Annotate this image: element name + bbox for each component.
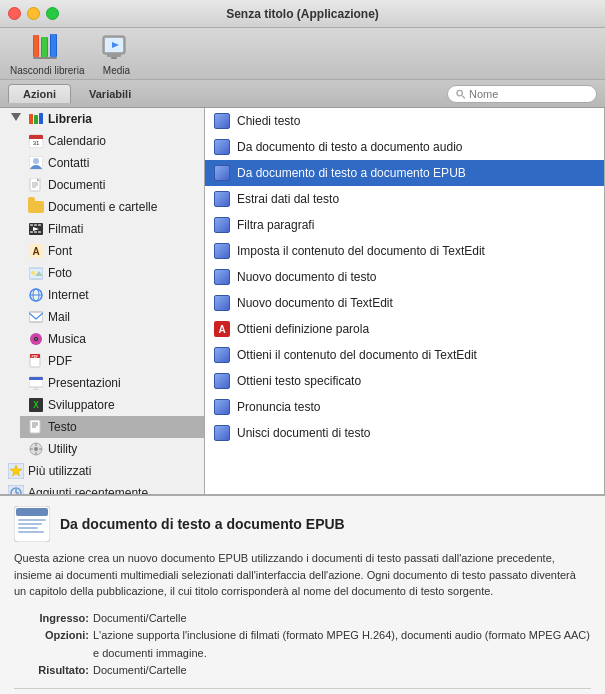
desc-action-icon (14, 506, 50, 542)
folder-icon (28, 199, 44, 215)
content-item-nuovo-doc-testo[interactable]: Nuovo documento di testo (205, 264, 604, 290)
sidebar-item-testo[interactable]: Testo (20, 416, 204, 438)
content-item-imposta-label: Imposta il contenuto del documento di Te… (237, 244, 485, 258)
content-item-filtra-paragrafi[interactable]: Filtra paragrafi (205, 212, 604, 238)
titlebar: Senza titolo (Applicazione) (0, 0, 605, 28)
svg-rect-77 (18, 523, 42, 525)
content-item-da-doc-epub[interactable]: Da documento di testo a documento EPUB (205, 160, 604, 186)
content-item-nuovo-textedit-label: Nuovo documento di TextEdit (237, 296, 393, 310)
content-item-pronuncia-label: Pronuncia testo (237, 400, 320, 414)
content-item-da-doc-audio[interactable]: Da documento di testo a documento audio (205, 134, 604, 160)
content-item-nuovo-textedit[interactable]: Nuovo documento di TextEdit (205, 290, 604, 316)
sidebar-item-presentazioni-label: Presentazioni (48, 376, 121, 390)
sidebar-item-calendario-label: Calendario (48, 134, 106, 148)
svg-rect-1 (34, 35, 38, 57)
content-item-unisci[interactable]: Unisci documenti di testo (205, 420, 604, 446)
svg-text:A: A (32, 246, 39, 257)
search-box[interactable] (447, 85, 597, 103)
sidebar-item-mail[interactable]: Mail (20, 306, 204, 328)
content-item-da-doc-audio-label: Da documento di testo a documento audio (237, 140, 462, 154)
minimize-button[interactable] (27, 7, 40, 20)
sidebar-item-documenti-cartelle[interactable]: Documenti e cartelle (20, 196, 204, 218)
desc-risultato-value: Documenti/Cartelle (93, 662, 591, 680)
desc-risultato-label: Risultato: (14, 662, 89, 680)
svg-rect-51 (29, 377, 43, 380)
maximize-button[interactable] (46, 7, 59, 20)
content-item-estrai-dati[interactable]: Estrai dati dal testo (205, 186, 604, 212)
foto-icon (28, 265, 44, 281)
sidebar-root-libreria[interactable]: Libreria (0, 108, 204, 130)
sviluppatore-icon: X (28, 397, 44, 413)
tab-azioni[interactable]: Azioni (8, 84, 71, 103)
sidebar-item-utility[interactable]: Utility (20, 438, 204, 460)
sidebar-root-label: Libreria (48, 112, 92, 126)
testo-icon (28, 419, 44, 435)
sidebar-item-font[interactable]: A Font (20, 240, 204, 262)
sidebar-item-sviluppatore[interactable]: X Sviluppatore (20, 394, 204, 416)
desc-row-opzioni: Opzioni: L'azione supporta l'inclusione … (14, 627, 591, 662)
sidebar-item-documenti[interactable]: Documenti (20, 174, 204, 196)
sidebar-item-filmati[interactable]: Filmati (20, 218, 204, 240)
svg-point-12 (457, 90, 462, 95)
sidebar-item-calendario[interactable]: 31 Calendario (20, 130, 204, 152)
close-button[interactable] (8, 7, 21, 20)
content-item-ottieni-cont-label: Ottieni il contenuto del documento di Te… (237, 348, 477, 362)
desc-ingresso-label: Ingresso: (14, 610, 89, 628)
sidebar-item-internet[interactable]: Internet (20, 284, 204, 306)
sidebar-item-internet-label: Internet (48, 288, 89, 302)
content-item-ottieni-definizione[interactable]: A Ottieni definizione parola (205, 316, 604, 342)
sidebar-item-piu-utilizzati[interactable]: Più utilizzati (0, 460, 204, 482)
content-item-ottieni-contenuto[interactable]: Ottieni il contenuto del documento di Te… (205, 342, 604, 368)
aggiunti-icon (8, 485, 24, 494)
media-button[interactable]: Media (100, 31, 132, 76)
tab-variabili[interactable]: Variabili (75, 85, 145, 103)
sidebar-item-contatti-label: Contatti (48, 156, 89, 170)
svg-rect-33 (38, 231, 41, 233)
desc-title: Da documento di testo a documento EPUB (60, 516, 345, 532)
divider (14, 688, 591, 689)
sidebar-item-foto[interactable]: Foto (20, 262, 204, 284)
sidebar-item-utility-label: Utility (48, 442, 77, 456)
sidebar-item-musica[interactable]: Musica (20, 328, 204, 350)
desc-opzioni-value: L'azione supporta l'inclusione di filmat… (93, 627, 591, 662)
action-icon-unisci (213, 424, 231, 442)
svg-rect-29 (34, 224, 37, 226)
media-label: Media (103, 65, 130, 76)
svg-rect-78 (18, 527, 38, 529)
sidebar-item-contatti[interactable]: Contatti (20, 152, 204, 174)
content-item-chiedi-testo[interactable]: Chiedi testo (205, 108, 604, 134)
svg-rect-14 (29, 114, 33, 124)
desc-header: Da documento di testo a documento EPUB (14, 506, 591, 542)
content-item-pronuncia[interactable]: Pronuncia testo (205, 394, 604, 420)
filmati-icon (28, 221, 44, 237)
svg-text:X: X (33, 400, 39, 410)
sidebar-item-aggiunti-label: Aggiunti recentemente (28, 486, 148, 494)
search-input[interactable] (469, 88, 588, 100)
action-icon-nuovo-testo (213, 268, 231, 286)
presentazioni-icon (28, 375, 44, 391)
svg-text:A: A (218, 324, 225, 335)
hide-library-button[interactable]: Nascondi libreria (10, 31, 84, 76)
svg-rect-43 (29, 312, 43, 322)
sidebar-item-sviluppatore-label: Sviluppatore (48, 398, 115, 412)
svg-rect-19 (29, 138, 43, 139)
action-icon-audio (213, 138, 231, 156)
musica-icon (28, 331, 44, 347)
content-item-imposta[interactable]: Imposta il contenuto del documento di Te… (205, 238, 604, 264)
search-icon (456, 89, 465, 99)
action-icon-nuovo-textedit (213, 294, 231, 312)
window-controls (8, 7, 59, 20)
content-item-filtra-label: Filtra paragrafi (237, 218, 314, 232)
action-icon-pronuncia (213, 398, 231, 416)
piu-utilizzati-icon (8, 463, 24, 479)
action-icon-ottieni-cont (213, 346, 231, 364)
sidebar-item-presentazioni[interactable]: Presentazioni (20, 372, 204, 394)
svg-rect-30 (38, 224, 41, 226)
content-item-ottieni-testo-spec[interactable]: Ottieni testo specificato (205, 368, 604, 394)
sidebar-item-pdf[interactable]: PDF PDF (20, 350, 204, 372)
description-panel: Da documento di testo a documento EPUB Q… (0, 494, 605, 694)
utility-icon (28, 441, 44, 457)
sidebar-item-aggiunti[interactable]: Aggiunti recentemente (0, 482, 204, 494)
sidebar-item-doc-cartelle-label: Documenti e cartelle (48, 200, 157, 214)
content-item-def-label: Ottieni definizione parola (237, 322, 369, 336)
